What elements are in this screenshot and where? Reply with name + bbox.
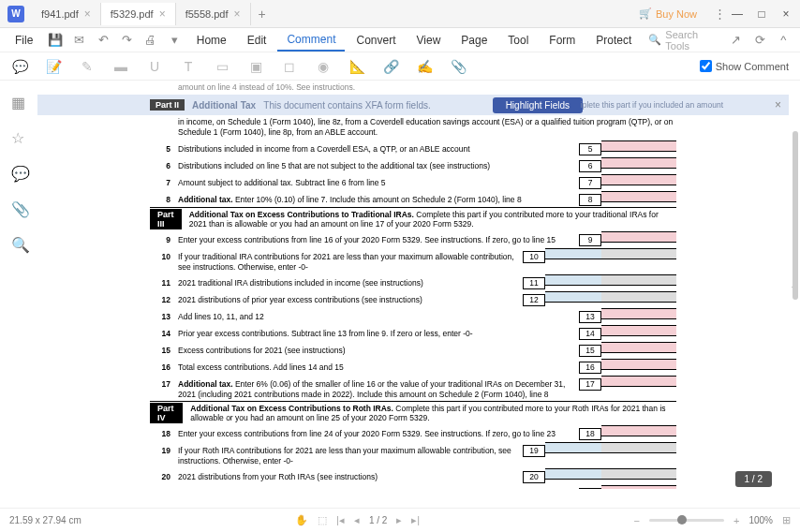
thumbnails-icon[interactable]: ▦ — [11, 94, 26, 109]
underline-icon[interactable]: U — [146, 58, 163, 75]
external-icon[interactable]: ↗ — [729, 33, 743, 48]
show-comment-toggle[interactable]: Show Comment — [700, 60, 789, 72]
form-field[interactable] — [601, 308, 676, 319]
form-field[interactable] — [545, 468, 601, 480]
measure-icon[interactable]: 📐 — [348, 58, 365, 75]
text-icon[interactable]: T — [180, 58, 197, 75]
form-line: 19If your Roth IRA contributions for 202… — [150, 441, 676, 467]
note-icon[interactable]: 📝 — [45, 58, 62, 75]
close-icon[interactable]: × — [84, 7, 91, 21]
file-menu[interactable]: File — [6, 30, 42, 51]
form-field[interactable] — [601, 157, 676, 169]
zoom-level[interactable]: 100% — [748, 515, 773, 525]
form-field[interactable] — [601, 425, 676, 436]
menu-comment[interactable]: Comment — [277, 29, 345, 52]
cart-icon: 🛒 — [639, 7, 652, 20]
highlight-fields-button[interactable]: Highlight Fields — [493, 97, 583, 113]
banner-close-icon[interactable]: × — [775, 98, 781, 111]
app-icon: W — [7, 6, 24, 22]
mail-icon[interactable]: ✉ — [72, 33, 86, 48]
form-field[interactable] — [601, 376, 676, 387]
form-field[interactable] — [545, 442, 601, 453]
print-icon[interactable]: 🖨 — [143, 33, 157, 48]
form-field[interactable] — [545, 274, 601, 286]
menu-form[interactable]: Form — [540, 30, 585, 51]
menu-protect[interactable]: Protect — [586, 30, 641, 51]
textbox-icon[interactable]: ▭ — [214, 58, 230, 75]
attachments-icon[interactable]: 📎 — [11, 200, 26, 215]
form-field[interactable] — [601, 325, 676, 336]
page-dimensions: 21.59 x 27.94 cm — [9, 515, 81, 525]
form-field[interactable] — [601, 342, 676, 353]
tab-0[interactable]: f941.pdf× — [32, 3, 101, 25]
page-input[interactable]: 1 / 2 — [369, 515, 387, 525]
form-field[interactable] — [601, 174, 676, 185]
form-field[interactable] — [545, 248, 601, 259]
attach-icon[interactable]: 📎 — [450, 58, 467, 75]
select-icon[interactable]: ⬚ — [318, 514, 327, 526]
maximize-button[interactable]: □ — [755, 7, 768, 21]
form-field[interactable] — [601, 231, 676, 243]
pencil-icon[interactable]: ✎ — [79, 58, 96, 75]
close-icon[interactable]: × — [234, 7, 241, 21]
menu-home[interactable]: Home — [187, 30, 236, 51]
form-field[interactable] — [601, 485, 676, 489]
tab-label: f5558.pdf — [185, 8, 229, 20]
hand-icon[interactable]: ✋ — [295, 514, 308, 526]
close-button[interactable]: × — [779, 7, 793, 21]
add-tab-button[interactable]: + — [251, 7, 274, 22]
form-line: 13Add lines 10, 11, and 1213 — [150, 307, 676, 324]
dropdown-icon[interactable]: ▾ — [167, 33, 181, 48]
form-field[interactable] — [601, 359, 676, 370]
form-line: 21Add lines 19 and 2021 — [150, 484, 676, 489]
menu-icon[interactable]: ⋮ — [712, 7, 727, 22]
next-page-icon[interactable]: ▸ — [396, 514, 402, 526]
menu-page[interactable]: Page — [452, 30, 496, 51]
zoom-in-icon[interactable]: + — [733, 515, 739, 526]
form-line: 5Distributions included in income from a… — [150, 140, 676, 156]
sidebar: ▦ ☆ 💬 📎 🔍 — [0, 81, 37, 493]
undo-icon[interactable]: ↶ — [96, 33, 111, 48]
collapse-icon[interactable]: ^ — [777, 33, 791, 48]
sync-icon[interactable]: ⟳ — [752, 33, 766, 48]
toolbar: 💬 📝 ✎ ▬ U T ▭ ▣ ◻ ◉ 📐 🔗 ✍ 📎 Show Comment — [0, 52, 800, 81]
comments-icon[interactable]: 💬 — [11, 165, 26, 180]
document-content[interactable]: amount on line 4 instead of 10%. See ins… — [37, 81, 789, 489]
minimize-button[interactable]: — — [731, 7, 744, 21]
fit-icon[interactable]: ⊞ — [782, 514, 791, 526]
menu-edit[interactable]: Edit — [238, 30, 276, 51]
show-comment-checkbox[interactable] — [700, 60, 712, 72]
shape-icon[interactable]: ◻ — [281, 58, 298, 75]
search-icon[interactable]: 🔍 — [11, 236, 26, 251]
prev-page-icon[interactable]: ◂ — [354, 514, 360, 526]
comment-icon[interactable]: 💬 — [11, 58, 28, 75]
titlebar: W f941.pdf× f5329.pdf× f5558.pdf× + 🛒Buy… — [0, 0, 800, 28]
menu-view[interactable]: View — [407, 30, 451, 51]
bookmark-icon[interactable]: ☆ — [11, 129, 26, 144]
highlight-icon[interactable]: ▬ — [112, 58, 129, 75]
link-icon[interactable]: 🔗 — [382, 58, 399, 75]
tab-1[interactable]: f5329.pdf× — [101, 3, 176, 25]
page-badge: 1 / 2 — [735, 471, 772, 487]
save-icon[interactable]: 💾 — [48, 33, 63, 48]
search-tools[interactable]: 🔍Search Tools — [648, 29, 721, 52]
close-icon[interactable]: × — [159, 7, 166, 21]
last-page-icon[interactable]: ▸| — [411, 514, 420, 526]
stamp-icon[interactable]: ◉ — [315, 58, 332, 75]
xfa-banner: Part II Additional Tax This document con… — [37, 95, 789, 115]
menu-tool[interactable]: Tool — [498, 30, 538, 51]
form-field[interactable] — [545, 291, 601, 303]
first-page-icon[interactable]: |◂ — [336, 514, 345, 526]
redo-icon[interactable]: ↷ — [120, 33, 134, 48]
zoom-out-icon[interactable]: − — [634, 515, 640, 526]
menu-convert[interactable]: Convert — [347, 30, 405, 51]
scrollbar[interactable] — [793, 131, 798, 300]
tab-2[interactable]: f5558.pdf× — [176, 3, 251, 25]
form-field[interactable] — [601, 191, 676, 202]
area-icon[interactable]: ▣ — [247, 58, 264, 75]
zoom-slider[interactable] — [649, 519, 724, 522]
form-line: 15Excess contributions for 2021 (see ins… — [150, 341, 676, 358]
form-field[interactable] — [601, 140, 676, 152]
buy-now-button[interactable]: 🛒Buy Now — [639, 7, 697, 20]
sign-icon[interactable]: ✍ — [416, 58, 433, 75]
